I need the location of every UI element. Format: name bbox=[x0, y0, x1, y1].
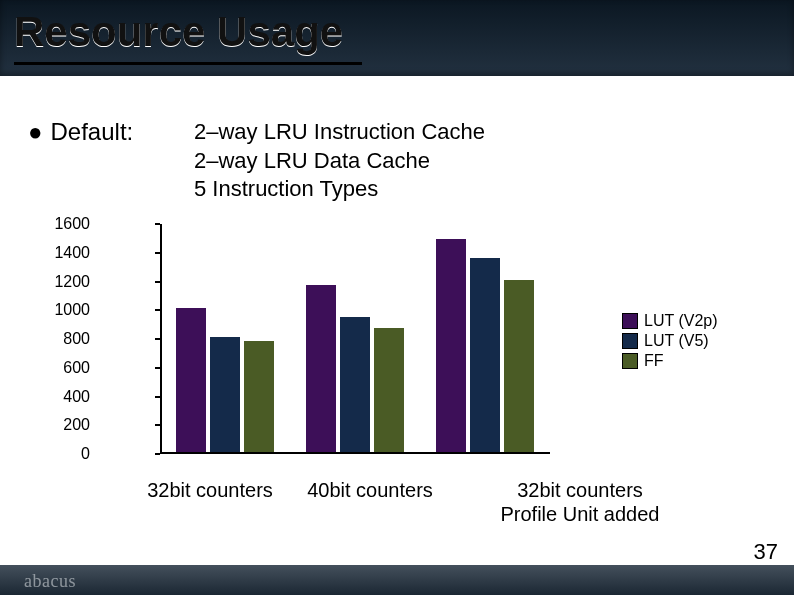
y-tick bbox=[155, 223, 160, 225]
legend-label-2: FF bbox=[644, 352, 664, 370]
bullet-default: ●Default: bbox=[28, 118, 133, 146]
y-tick-label: 1400 bbox=[30, 244, 90, 262]
y-tick bbox=[155, 424, 160, 426]
bar bbox=[306, 285, 336, 452]
legend-swatch-1 bbox=[622, 333, 638, 349]
legend-item-2: FF bbox=[622, 352, 718, 370]
chart-plot-area bbox=[160, 224, 550, 454]
logo-text: abacus bbox=[24, 571, 76, 592]
x-label-2: 32bit countersProfile Unit added bbox=[470, 478, 690, 526]
x-label-line: 40bit counters bbox=[280, 478, 460, 502]
bar bbox=[504, 280, 534, 453]
bar bbox=[340, 317, 370, 452]
x-label-line: 32bit counters bbox=[470, 478, 690, 502]
bar bbox=[176, 308, 206, 452]
y-tick-label: 800 bbox=[30, 330, 90, 348]
bar bbox=[470, 258, 500, 452]
bar bbox=[210, 337, 240, 452]
x-label-line: Profile Unit added bbox=[470, 502, 690, 526]
y-tick bbox=[155, 396, 160, 398]
desc-line-2: 2–way LRU Data Cache bbox=[194, 147, 485, 176]
y-tick-label: 0 bbox=[30, 445, 90, 463]
legend-item-0: LUT (V2p) bbox=[622, 312, 718, 330]
y-tick bbox=[155, 367, 160, 369]
x-label-1: 40bit counters bbox=[280, 478, 460, 502]
y-tick-label: 1000 bbox=[30, 301, 90, 319]
legend-swatch-2 bbox=[622, 353, 638, 369]
y-tick-label: 1600 bbox=[30, 215, 90, 233]
legend-item-1: LUT (V5) bbox=[622, 332, 718, 350]
bar bbox=[244, 341, 274, 452]
title-underline bbox=[14, 62, 362, 65]
bar bbox=[436, 239, 466, 452]
page-number: 37 bbox=[754, 539, 778, 565]
legend-label-0: LUT (V2p) bbox=[644, 312, 718, 330]
legend-swatch-0 bbox=[622, 313, 638, 329]
page-title: Resource Usage bbox=[14, 8, 343, 56]
bullet-label: Default: bbox=[51, 118, 134, 145]
legend-label-1: LUT (V5) bbox=[644, 332, 709, 350]
legend: LUT (V2p) LUT (V5) FF bbox=[622, 312, 718, 372]
y-tick bbox=[155, 281, 160, 283]
default-description: 2–way LRU Instruction Cache 2–way LRU Da… bbox=[194, 118, 485, 204]
y-tick-label: 200 bbox=[30, 416, 90, 434]
y-tick-label: 600 bbox=[30, 359, 90, 377]
y-tick bbox=[155, 309, 160, 311]
y-tick-label: 1200 bbox=[30, 273, 90, 291]
footer-band bbox=[0, 565, 794, 595]
y-tick bbox=[155, 252, 160, 254]
bullet-dot-icon: ● bbox=[28, 118, 43, 145]
y-tick-label: 400 bbox=[30, 388, 90, 406]
y-tick bbox=[155, 453, 160, 455]
bar bbox=[374, 328, 404, 452]
y-axis-line bbox=[160, 224, 162, 454]
x-axis-line bbox=[160, 452, 550, 454]
desc-line-3: 5 Instruction Types bbox=[194, 175, 485, 204]
y-tick bbox=[155, 338, 160, 340]
desc-line-1: 2–way LRU Instruction Cache bbox=[194, 118, 485, 147]
